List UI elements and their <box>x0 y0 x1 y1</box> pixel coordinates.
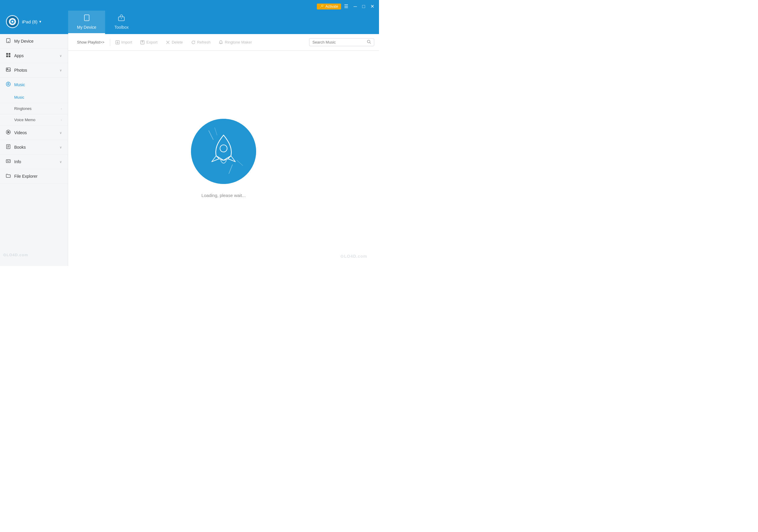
svg-rect-11 <box>6 55 8 57</box>
tab-toolbox[interactable]: Toolbox <box>105 11 138 34</box>
svg-rect-12 <box>9 55 10 57</box>
activate-label: Activate <box>326 4 338 9</box>
file-explorer-icon <box>6 173 11 179</box>
sidebar-item-music[interactable]: Music <box>0 78 68 92</box>
ringtone-maker-label: Ringtone Maker <box>225 40 252 45</box>
info-arrow: ∨ <box>59 160 62 164</box>
sidebar: My Device Apps ∨ Ph <box>0 34 68 266</box>
loading-text: Loading, please wait... <box>201 193 246 198</box>
header-logo: iPad (8) ▼ <box>0 15 68 34</box>
export-label: Export <box>146 40 157 45</box>
toolbar: Show Playlist>> Import Export <box>68 34 379 51</box>
tablet-icon <box>83 14 90 21</box>
device-name[interactable]: iPad (8) ▼ <box>22 19 42 24</box>
sidebar-photos-label: Photos <box>14 68 56 73</box>
info-icon <box>6 159 11 165</box>
sidebar-item-info[interactable]: Info ∨ <box>0 155 68 169</box>
sidebar-sub-ringtones[interactable]: Ringtones › <box>0 103 68 114</box>
svg-marker-19 <box>8 131 10 133</box>
svg-point-15 <box>6 82 10 86</box>
svg-point-34 <box>367 40 370 43</box>
sidebar-apps-label: Apps <box>14 53 56 58</box>
sidebar-item-file-explorer[interactable]: File Explorer <box>0 169 68 184</box>
main-content: Show Playlist>> Import Export <box>68 34 379 266</box>
sidebar-sub-music[interactable]: Music <box>0 92 68 103</box>
sidebar-watermark: ⊙LO4D.com <box>3 253 28 257</box>
videos-arrow: ∨ <box>59 131 62 135</box>
music-icon <box>6 82 11 88</box>
toolbox-tab-label: Toolbox <box>114 25 128 30</box>
nav-tabs: My Device Toolbox <box>68 11 138 34</box>
sidebar-item-photos[interactable]: Photos ∨ <box>0 63 68 78</box>
window-controls: 🔑 Activate ☰ ─ □ ✕ <box>317 2 377 10</box>
sidebar-item-books[interactable]: Books ∨ <box>0 140 68 155</box>
toolbox-tab-icon <box>118 14 125 23</box>
device-name-text: iPad (8) <box>22 19 38 24</box>
sidebar-file-explorer-label: File Explorer <box>14 174 62 179</box>
delete-label: Delete <box>172 40 183 45</box>
content-area: Loading, please wait... <box>68 51 379 266</box>
sidebar-item-my-device[interactable]: My Device <box>0 34 68 49</box>
apps-arrow: ∨ <box>59 54 62 58</box>
activate-button[interactable]: 🔑 Activate <box>317 4 341 10</box>
rocket-illustration <box>191 119 256 184</box>
svg-rect-10 <box>9 53 10 55</box>
key-icon: 🔑 <box>320 4 324 9</box>
menu-button[interactable]: ☰ <box>342 2 351 10</box>
maximize-button[interactable]: □ <box>360 3 367 10</box>
my-device-tab-icon <box>83 14 90 23</box>
sidebar-info-label: Info <box>14 160 56 164</box>
videos-icon <box>6 130 11 136</box>
sub-voice-memo-label: Voice Memo <box>14 118 36 122</box>
photos-arrow: ∨ <box>59 68 62 72</box>
import-label: Import <box>121 40 132 45</box>
sidebar-my-device-label: My Device <box>14 39 62 44</box>
voice-memo-arrow: › <box>61 118 62 122</box>
sidebar-music-label: Music <box>14 82 62 87</box>
sub-ringtones-label: Ringtones <box>14 106 32 111</box>
refresh-label: Refresh <box>197 40 211 45</box>
photos-icon <box>6 67 11 73</box>
app-logo <box>6 15 19 28</box>
my-device-icon <box>6 38 11 44</box>
sidebar-sub-voice-memo[interactable]: Voice Memo › <box>0 114 68 125</box>
refresh-icon <box>191 40 195 45</box>
svg-rect-3 <box>85 15 89 21</box>
svg-line-35 <box>370 43 371 44</box>
svg-rect-9 <box>6 53 8 55</box>
sidebar-item-apps[interactable]: Apps ∨ <box>0 49 68 63</box>
close-button[interactable]: ✕ <box>368 2 377 10</box>
svg-point-16 <box>8 84 9 85</box>
delete-icon <box>166 40 170 45</box>
export-button[interactable]: Export <box>136 38 162 46</box>
refresh-button[interactable]: Refresh <box>187 38 215 46</box>
import-icon <box>116 40 120 45</box>
toolbar-sep-1 <box>110 39 110 46</box>
svg-point-8 <box>8 42 9 42</box>
books-icon <box>6 144 11 150</box>
books-arrow: ∨ <box>59 145 62 149</box>
search-box <box>309 38 374 46</box>
sidebar-books-label: Books <box>14 145 56 150</box>
header: iPad (8) ▼ My Device <box>0 0 379 34</box>
ringtone-maker-button[interactable]: Ringtone Maker <box>215 38 256 46</box>
show-playlist-label: Show Playlist>> <box>77 40 105 45</box>
delete-button[interactable]: Delete <box>162 38 187 46</box>
show-playlist-button[interactable]: Show Playlist>> <box>73 38 109 46</box>
svg-rect-24 <box>6 160 10 162</box>
svg-point-2 <box>12 21 13 22</box>
sidebar-videos-label: Videos <box>14 130 56 135</box>
toolbox-icon <box>118 14 125 21</box>
my-device-tab-label: My Device <box>77 25 96 30</box>
sidebar-item-videos[interactable]: Videos ∨ <box>0 125 68 140</box>
tab-my-device[interactable]: My Device <box>68 11 105 34</box>
svg-point-36 <box>191 119 256 184</box>
apps-icon <box>6 53 11 59</box>
import-button[interactable]: Import <box>111 38 136 46</box>
search-icon <box>367 40 371 45</box>
search-input[interactable] <box>312 40 365 45</box>
logo-svg <box>8 18 17 26</box>
ringtones-arrow: › <box>61 107 62 111</box>
bell-icon <box>219 40 223 45</box>
minimize-button[interactable]: ─ <box>351 3 359 10</box>
